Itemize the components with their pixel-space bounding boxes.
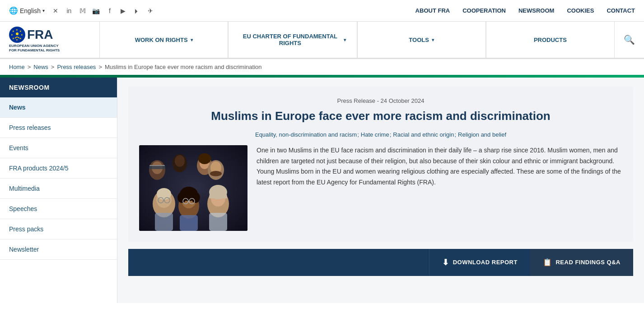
fra-logo: ★ ★ ★ ★ ★ ★ ★ ★	[9, 27, 60, 53]
svg-rect-40	[180, 215, 198, 231]
chevron-down-icon: ▾	[344, 37, 346, 42]
breadcrumb: Home > News > Press releases > Muslims i…	[0, 59, 644, 75]
social-icons: ✕ in 𝕄 📷 f ▶ ⏵ ✈	[51, 6, 155, 15]
btn-spacer	[128, 249, 429, 276]
sidebar-item-events[interactable]: Events	[0, 138, 117, 158]
sidebar-item-fra-products[interactable]: FRA products 2024/5	[0, 158, 117, 179]
telegram-icon[interactable]: ✈	[146, 6, 155, 15]
sidebar-item-multimedia[interactable]: Multimedia	[0, 179, 117, 199]
cooperation-link[interactable]: COOPERATION	[462, 7, 506, 14]
svg-rect-14	[149, 165, 165, 166]
peertube-icon[interactable]: ⏵	[132, 6, 141, 15]
youtube-icon[interactable]: ▶	[119, 6, 128, 15]
read-findings-button[interactable]: 📋 READ FINDINGS Q&A	[530, 249, 633, 276]
article-body-text: One in two Muslims in the EU face racism…	[257, 145, 622, 188]
article-tags: Equality, non-discrimination and racism …	[139, 131, 622, 138]
breadcrumb-current: Muslims in Europe face ever more racism …	[105, 64, 262, 70]
twitter-icon[interactable]: ✕	[51, 6, 60, 15]
cookies-link[interactable]: COOKIES	[567, 7, 594, 14]
fra-subtitle: EUROPEAN UNION AGENCY FOR FUNDAMENTAL RI…	[9, 44, 60, 53]
svg-rect-41	[155, 213, 173, 231]
download-icon: ⬇	[442, 257, 449, 267]
svg-point-33	[191, 192, 200, 203]
svg-point-9	[16, 32, 19, 35]
language-label: English	[20, 7, 41, 14]
tag-religion[interactable]: Religion and belief	[458, 131, 506, 138]
mastodon-icon[interactable]: 𝕄	[78, 6, 87, 15]
search-icon: 🔍	[624, 34, 635, 45]
nav-eu-charter[interactable]: EU CHARTER OF FUNDAMENTAL RIGHTS ▾	[228, 22, 357, 58]
main-navigation: ★ ★ ★ ★ ★ ★ ★ ★	[0, 22, 644, 59]
linkedin-icon[interactable]: in	[65, 6, 74, 15]
svg-point-32	[177, 192, 187, 203]
nav-products[interactable]: PRODUCTS	[486, 22, 615, 58]
button-row: ⬇ DOWNLOAD REPORT 📋 READ FINDINGS Q&A	[128, 249, 633, 276]
article-title: Muslims in Europe face ever more racism …	[139, 109, 622, 124]
language-selector[interactable]: 🌐 English ▾	[9, 6, 45, 15]
logo-fra-text: ★ ★ ★ ★ ★ ★ ★ ★	[9, 27, 60, 43]
newsroom-link[interactable]: NEWSROOM	[518, 7, 554, 14]
svg-point-22	[210, 171, 222, 176]
tag-equality[interactable]: Equality, non-discrimination and racism	[255, 131, 359, 138]
tag-racial-ethnic[interactable]: Racial and ethnic origin	[393, 131, 456, 138]
sidebar-item-press-packs[interactable]: Press packs	[0, 219, 117, 239]
svg-rect-42	[209, 213, 227, 231]
chevron-down-icon: ▾	[432, 37, 434, 42]
fra-name: FRA	[27, 28, 53, 41]
chevron-down-icon: ▾	[191, 37, 193, 42]
sidebar: NEWSROOM News Press releases Events FRA …	[0, 78, 117, 303]
breadcrumb-home[interactable]: Home	[9, 64, 25, 70]
sidebar-header: NEWSROOM	[0, 78, 117, 97]
article-image	[139, 145, 247, 231]
article-body: One in two Muslims in the EU face racism…	[139, 145, 622, 231]
svg-rect-13	[149, 165, 165, 169]
chevron-down-icon: ▾	[42, 8, 45, 13]
tag-hate-crime[interactable]: Hate crime	[361, 131, 391, 138]
instagram-icon[interactable]: 📷	[92, 6, 101, 15]
globe-icon: 🌐	[9, 6, 18, 15]
svg-point-16	[175, 155, 185, 167]
facebook-icon[interactable]: f	[105, 6, 114, 15]
breadcrumb-news[interactable]: News	[33, 64, 48, 70]
nav-items: WORK ON RIGHTS ▾ EU CHARTER OF FUNDAMENT…	[99, 22, 615, 58]
sidebar-item-newsletter[interactable]: Newsletter	[0, 239, 117, 260]
logo-area[interactable]: ★ ★ ★ ★ ★ ★ ★ ★	[0, 22, 99, 58]
article-image-svg	[139, 145, 247, 231]
search-button[interactable]: 🔍	[615, 22, 644, 58]
nav-work-on-rights[interactable]: WORK ON RIGHTS ▾	[99, 22, 228, 58]
download-report-button[interactable]: ⬇ DOWNLOAD REPORT	[429, 249, 530, 276]
fra-logo-icon: ★ ★ ★ ★ ★ ★ ★ ★	[9, 27, 25, 43]
contact-link[interactable]: CONTACT	[607, 7, 635, 14]
about-fra-link[interactable]: ABOUT FRA	[415, 7, 450, 14]
sidebar-item-speeches[interactable]: Speeches	[0, 199, 117, 219]
sidebar-item-press-releases[interactable]: Press releases	[0, 118, 117, 138]
sidebar-item-news[interactable]: News	[0, 97, 117, 118]
top-bar-left: 🌐 English ▾ ✕ in 𝕄 📷 f ▶ ⏵ ✈	[9, 6, 155, 15]
breadcrumb-press-releases[interactable]: Press releases	[57, 64, 96, 70]
document-icon: 📋	[543, 258, 552, 266]
article-card: Press Release - 24 October 2024 Muslims …	[128, 87, 633, 242]
svg-point-19	[198, 153, 211, 164]
top-bar-right: ABOUT FRA COOPERATION NEWSROOM COOKIES C…	[415, 7, 635, 14]
main-content: Press Release - 24 October 2024 Muslims …	[117, 78, 644, 303]
nav-tools[interactable]: TOOLS ▾	[357, 22, 486, 58]
article-meta: Press Release - 24 October 2024	[139, 97, 622, 104]
top-bar: 🌐 English ▾ ✕ in 𝕄 📷 f ▶ ⏵ ✈ ABOUT FRA C…	[0, 0, 644, 22]
content-wrapper: NEWSROOM News Press releases Events FRA …	[0, 78, 644, 303]
